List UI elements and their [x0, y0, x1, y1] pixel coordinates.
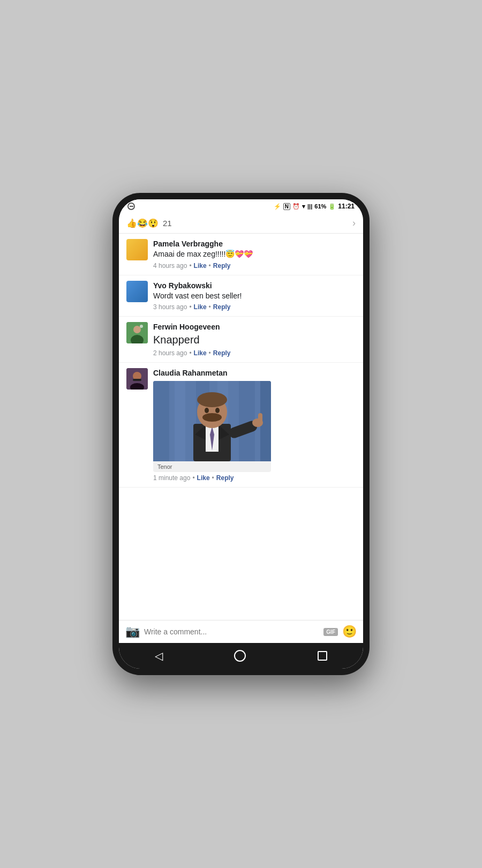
wifi-icon: ▾ [302, 203, 305, 210]
dot-separator: • [209, 303, 211, 311]
reply-button[interactable]: Reply [216, 474, 234, 482]
nfc-icon: N [283, 203, 290, 210]
commenter-name: Pamela Verbragghe [153, 240, 223, 248]
haha-reaction-icon: 😂 [137, 218, 148, 228]
content-area[interactable]: 👍 😂 😲 21 › Pamela Verbragghe Amaai de ma… [119, 213, 363, 620]
recents-button[interactable] [318, 651, 327, 661]
reactions-left: 👍 😂 😲 21 [126, 218, 172, 228]
comment-body: Pamela Verbragghe Amaai de max zeg!!!!!😇… [153, 239, 356, 270]
avatar [126, 281, 148, 302]
svg-rect-7 [133, 379, 141, 381]
svg-rect-27 [258, 413, 262, 425]
avatar [126, 322, 148, 343]
like-button[interactable]: Like [194, 349, 207, 357]
do-not-disturb-icon [127, 203, 135, 210]
comment-item: Pamela Verbragghe Amaai de max zeg!!!!!😇… [119, 234, 363, 275]
battery-icon: 🔋 [328, 203, 336, 210]
reaction-count: 21 [163, 219, 172, 228]
status-right: ⚡ N ⏰ ▾ ||| 61% 🔋 11:21 [274, 203, 355, 210]
comment-time: 2 hours ago [153, 349, 187, 357]
gif-source-label: Tenor [153, 461, 271, 472]
back-button[interactable]: ◁ [155, 649, 163, 662]
svg-rect-10 [175, 381, 185, 461]
reply-button[interactable]: Reply [213, 349, 231, 357]
svg-point-24 [215, 408, 220, 413]
comment-item: Ferwin Hoogeveen Knapperd 2 hours ago • … [119, 317, 363, 363]
alarm-icon: ⏰ [292, 203, 300, 210]
dot-separator: • [209, 262, 211, 270]
status-bar: ⚡ N ⏰ ▾ ||| 61% 🔋 11:21 [119, 199, 363, 213]
status-left [127, 203, 135, 210]
comment-item: Yvo Rybakowski Wordt vast een best selle… [119, 275, 363, 317]
comment-body: Yvo Rybakowski Wordt vast een best selle… [153, 281, 356, 311]
comment-input[interactable] [144, 627, 319, 636]
like-button[interactable]: Like [194, 262, 207, 270]
comment-meta: 3 hours ago • Like • Reply [153, 303, 356, 311]
comment-item: Claudia Rahanmetan [119, 363, 363, 488]
phone-screen: ⚡ N ⏰ ▾ ||| 61% 🔋 11:21 👍 😂 😲 [119, 199, 363, 669]
comment-time: 1 minute ago [153, 474, 190, 482]
comment-meta: 2 hours ago • Like • Reply [153, 349, 356, 357]
comment-body: Ferwin Hoogeveen Knapperd 2 hours ago • … [153, 322, 356, 357]
comment-meta: 4 hours ago • Like • Reply [153, 262, 356, 270]
svg-point-23 [205, 408, 209, 413]
dot-separator: • [212, 474, 214, 482]
dot-separator: • [189, 262, 191, 270]
comment-body: Claudia Rahanmetan [153, 368, 356, 482]
comment-time: 3 hours ago [153, 303, 187, 311]
dot-separator: • [209, 349, 211, 357]
comment-text: Knapperd [153, 332, 356, 347]
nav-bar: ◁ [119, 643, 363, 669]
reply-button[interactable]: Reply [213, 262, 231, 270]
phone-device: ⚡ N ⏰ ▾ ||| 61% 🔋 11:21 👍 😂 😲 [112, 193, 370, 675]
commenter-name: Ferwin Hoogeveen [153, 323, 220, 331]
bluetooth-icon: ⚡ [274, 203, 281, 210]
emoji-button[interactable]: 🙂 [342, 625, 357, 639]
gif-container: Tenor [153, 381, 271, 472]
like-reaction-icon: 👍 [126, 218, 137, 228]
avatar [126, 239, 148, 260]
svg-point-21 [197, 392, 227, 407]
like-button[interactable]: Like [197, 474, 210, 482]
comment-input-bar: 📷 GIF 🙂 [119, 620, 363, 643]
comment-time: 4 hours ago [153, 262, 187, 270]
dot-separator: • [192, 474, 194, 482]
avatar [126, 368, 148, 390]
svg-point-1 [133, 326, 141, 333]
wow-reaction-icon: 😲 [148, 218, 159, 228]
battery-percent: 61% [314, 203, 326, 209]
svg-rect-9 [153, 381, 169, 461]
comment-text: Wordt vast een best seller! [153, 291, 356, 302]
gif-button[interactable]: GIF [323, 628, 338, 636]
commenter-name: Yvo Rybakowski [153, 281, 212, 290]
chevron-right-icon[interactable]: › [352, 218, 356, 229]
svg-point-3 [140, 325, 143, 328]
comment-text: Amaai de max zeg!!!!!😇💝💝 [153, 249, 356, 260]
reactions-bar: 👍 😂 😲 21 › [119, 213, 363, 234]
signal-icon: ||| [307, 203, 312, 209]
dot-separator: • [189, 349, 191, 357]
reply-button[interactable]: Reply [213, 303, 231, 311]
commenter-name: Claudia Rahanmetan [153, 369, 227, 377]
gif-image [153, 381, 271, 461]
status-time: 11:21 [338, 203, 355, 210]
comment-meta: 1 minute ago • Like • Reply [153, 474, 356, 482]
like-button[interactable]: Like [194, 303, 207, 311]
svg-point-22 [202, 413, 222, 422]
home-button[interactable] [234, 650, 246, 662]
reaction-icons: 👍 😂 😲 [126, 218, 159, 228]
camera-icon[interactable]: 📷 [125, 625, 140, 639]
dot-separator: • [189, 303, 191, 311]
